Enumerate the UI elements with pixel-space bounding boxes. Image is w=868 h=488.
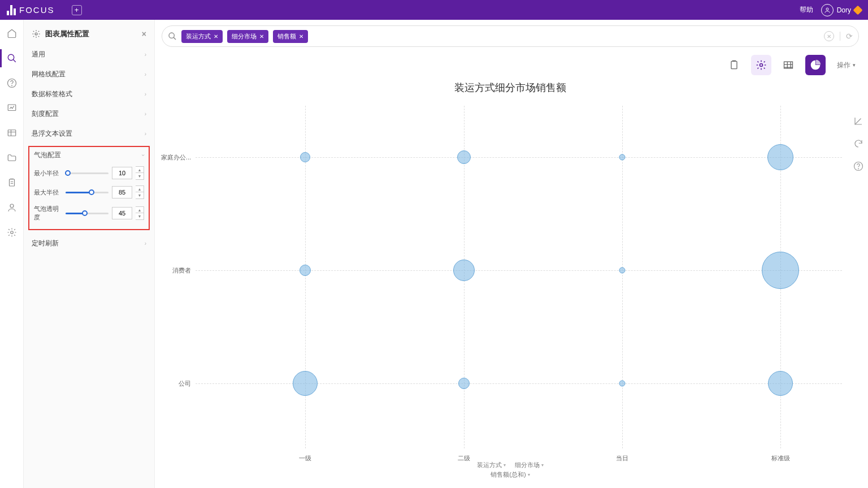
new-button[interactable]: + (72, 5, 82, 15)
clear-search-button[interactable]: ✕ (824, 31, 834, 41)
chevron-right-icon: › (145, 51, 146, 58)
opacity-down[interactable]: ▼ (136, 213, 144, 219)
tag-sales[interactable]: 销售额✕ (273, 30, 308, 43)
min-radius-input[interactable] (112, 167, 132, 179)
svg-rect-6 (9, 179, 14, 186)
nav-gear-icon[interactable] (6, 227, 18, 238)
chevron-right-icon: › (145, 131, 146, 137)
min-radius-down[interactable]: ▼ (136, 173, 144, 179)
opacity-up[interactable]: ▲ (136, 207, 144, 213)
close-icon[interactable]: ✕ (299, 33, 303, 40)
y-label: 消费者 (172, 266, 191, 274)
app-logo: FOCUS (7, 5, 55, 15)
chart-area: 装运方式细分市场销售额 家庭办公... 消费者 公司 一级 二级 当日 标准 (162, 77, 859, 488)
section-timer[interactable]: 定时刷新› (24, 234, 154, 253)
max-radius-up[interactable]: ▲ (136, 186, 144, 192)
bubble[interactable] (619, 154, 626, 160)
refresh-tool-icon[interactable] (853, 139, 863, 149)
nav-home-icon[interactable] (6, 28, 18, 39)
svg-point-9 (35, 33, 37, 35)
section-gridline[interactable]: 网格线配置› (24, 64, 154, 84)
chevron-down-icon: ▾ (528, 472, 530, 477)
chevron-down-icon: ▾ (541, 463, 544, 468)
search-icon[interactable] (168, 32, 177, 41)
legend-item[interactable]: 细分市场▾ (515, 461, 544, 469)
bubble[interactable] (293, 371, 318, 396)
nav-folder-icon[interactable] (6, 152, 18, 163)
svg-point-8 (10, 231, 13, 234)
opacity-row: 气泡透明度 ▲▼ (29, 202, 149, 224)
legend-item[interactable]: 装运方式▾ (477, 461, 506, 469)
user-badge-icon (853, 5, 863, 15)
nav-clipboard-icon[interactable] (6, 177, 18, 188)
operations-dropdown[interactable]: 操作▾ (837, 61, 856, 70)
y-label: 家庭办公... (161, 153, 191, 161)
max-radius-down[interactable]: ▼ (136, 192, 144, 198)
svg-point-0 (826, 8, 828, 10)
content-area: 装运方式✕ 细分市场✕ 销售额✕ ✕ ⟳ 操作▾ 装运方式细分市场销售额 (155, 20, 868, 488)
nav-table-icon[interactable] (6, 127, 18, 139)
chevron-down-icon: ▾ (853, 62, 856, 68)
bubble[interactable] (619, 267, 626, 273)
close-icon[interactable]: ✕ (214, 33, 218, 40)
section-tooltip[interactable]: 悬浮文本设置› (24, 124, 154, 144)
max-radius-label: 最大半径 (34, 188, 62, 197)
gear-icon (32, 29, 41, 38)
bubble[interactable] (767, 144, 793, 170)
opacity-label: 气泡透明度 (34, 205, 62, 222)
user-name: Dory (837, 6, 851, 14)
chevron-down-icon: › (140, 154, 146, 156)
svg-rect-11 (731, 61, 737, 68)
svg-point-15 (858, 169, 859, 169)
svg-point-12 (760, 64, 763, 67)
bubble[interactable] (300, 265, 311, 276)
max-radius-input[interactable] (112, 186, 132, 198)
svg-point-7 (10, 204, 14, 208)
axis-tool-icon[interactable] (853, 116, 863, 126)
panel-close-button[interactable]: × (142, 29, 146, 38)
nav-help-icon[interactable] (6, 77, 18, 89)
chevron-right-icon: › (145, 111, 146, 117)
bubble[interactable] (619, 380, 626, 386)
clipboard-button[interactable] (724, 55, 744, 75)
bubble[interactable] (457, 150, 471, 164)
bubble[interactable] (762, 252, 799, 289)
max-radius-row: 最大半径 ▲▼ (29, 183, 149, 202)
bubble[interactable] (458, 378, 470, 389)
min-radius-up[interactable]: ▲ (136, 167, 144, 173)
opacity-slider[interactable] (66, 213, 108, 214)
chart-toolbar: 操作▾ (162, 47, 859, 77)
bubble[interactable] (453, 260, 475, 281)
separator (840, 32, 840, 41)
refresh-icon[interactable]: ⟳ (846, 32, 853, 41)
settings-button[interactable] (751, 55, 771, 75)
table-view-button[interactable] (778, 55, 798, 75)
min-radius-slider[interactable] (66, 172, 108, 174)
close-icon[interactable]: ✕ (259, 33, 264, 40)
left-nav-rail (0, 20, 24, 488)
y-label: 公司 (179, 379, 191, 387)
opacity-input[interactable] (112, 207, 132, 219)
min-radius-row: 最小半径 ▲▼ (29, 163, 149, 183)
chart-type-button[interactable] (805, 55, 826, 75)
bubble[interactable] (300, 152, 310, 162)
top-bar: FOCUS + 帮助 Dory (0, 0, 868, 20)
nav-search-icon[interactable] (6, 53, 18, 64)
help-link[interactable]: 帮助 (800, 5, 813, 15)
tag-segment[interactable]: 细分市场✕ (227, 30, 268, 43)
legend-item[interactable]: 销售额(总和)▾ (491, 470, 530, 479)
bubble[interactable] (768, 371, 793, 396)
chart-side-tools (853, 116, 863, 171)
user-menu[interactable]: Dory (821, 4, 861, 16)
chevron-right-icon: › (145, 71, 146, 77)
tag-shipping[interactable]: 装运方式✕ (181, 30, 223, 43)
nav-user-icon[interactable] (6, 202, 18, 213)
chevron-right-icon: › (145, 240, 146, 247)
section-scale[interactable]: 刻度配置› (24, 104, 154, 124)
section-datalabel[interactable]: 数据标签格式› (24, 84, 154, 104)
section-general[interactable]: 通用› (24, 45, 154, 64)
info-tool-icon[interactable] (853, 161, 863, 171)
section-bubble[interactable]: 气泡配置› (29, 147, 149, 163)
max-radius-slider[interactable] (66, 192, 108, 193)
nav-chart-icon[interactable] (6, 102, 18, 114)
